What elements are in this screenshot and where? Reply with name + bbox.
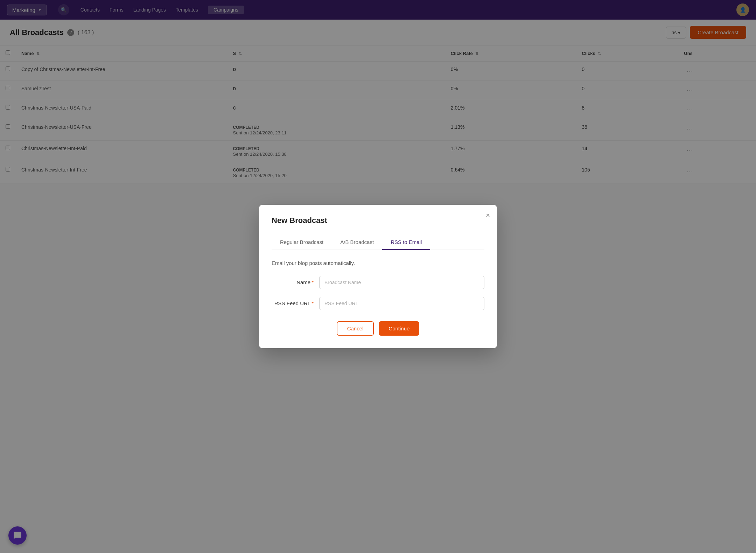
tab-rss-to-email[interactable]: RSS to Email — [382, 235, 430, 250]
modal-description: Email your blog posts automatically. — [272, 260, 484, 266]
name-label: Name* — [272, 276, 314, 285]
broadcast-name-input[interactable] — [319, 276, 484, 289]
continue-button[interactable]: Continue — [379, 321, 419, 336]
rss-feed-url-input[interactable] — [319, 297, 484, 310]
modal-overlay[interactable]: × New Broadcast Regular Broadcast A/B Br… — [0, 0, 756, 553]
name-required: * — [312, 279, 314, 285]
cancel-button[interactable]: Cancel — [337, 321, 374, 336]
url-required: * — [312, 300, 314, 306]
name-field-row: Name* — [272, 276, 484, 289]
modal-title: New Broadcast — [272, 216, 484, 225]
modal-actions: Cancel Continue — [272, 321, 484, 336]
modal-tabs: Regular Broadcast A/B Broadcast RSS to E… — [272, 235, 484, 250]
url-label: RSS Feed URL* — [272, 297, 314, 306]
tab-ab-broadcast[interactable]: A/B Broadcast — [332, 235, 382, 250]
new-broadcast-modal: × New Broadcast Regular Broadcast A/B Br… — [259, 205, 497, 348]
url-field-row: RSS Feed URL* — [272, 297, 484, 310]
tab-regular-broadcast[interactable]: Regular Broadcast — [272, 235, 332, 250]
modal-close-button[interactable]: × — [486, 212, 490, 219]
